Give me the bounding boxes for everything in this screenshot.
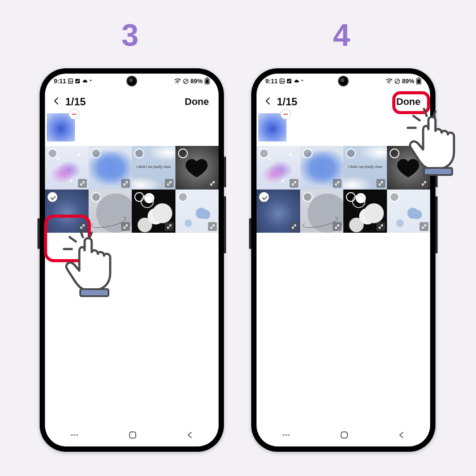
nav-home[interactable] [340, 431, 349, 441]
expand-button[interactable] [165, 222, 174, 231]
gallery-tile-butterfly[interactable] [257, 146, 300, 190]
select-marker[interactable] [134, 149, 144, 158]
expand-button[interactable] [333, 222, 342, 231]
select-marker[interactable] [346, 149, 356, 158]
nav-home[interactable] [128, 431, 137, 441]
gallery-tile-blue-heart-blur[interactable] [89, 146, 132, 190]
svg-point-20 [281, 80, 282, 81]
phone-step-3: 9:11 • 89% [40, 68, 224, 452]
cloud-indicator-icon [82, 79, 88, 83]
gallery-tile-night-clouds[interactable] [132, 190, 175, 233]
select-marker[interactable] [390, 149, 399, 158]
svg-line-25 [396, 80, 399, 83]
select-marker[interactable] [303, 192, 312, 202]
done-button[interactable]: Done [185, 96, 209, 108]
svg-point-3 [177, 82, 178, 84]
chevron-left-icon [51, 96, 62, 106]
expand-button[interactable] [420, 179, 428, 188]
cloud-indicator-icon [294, 79, 300, 83]
back-button[interactable] [51, 96, 62, 108]
select-marker[interactable] [91, 192, 101, 202]
expand-button[interactable] [290, 222, 298, 231]
battery-text: 89% [402, 78, 414, 85]
expand-button[interactable] [121, 222, 130, 231]
step-number-3: 3 [119, 18, 141, 53]
select-marker[interactable] [134, 192, 144, 202]
expand-button[interactable] [208, 222, 217, 231]
battery-text: 89% [190, 78, 203, 85]
svg-rect-32 [341, 432, 347, 438]
expand-button[interactable] [290, 179, 298, 188]
gallery-tile-grey-planet[interactable] [300, 190, 344, 233]
select-marker[interactable] [91, 149, 101, 158]
expand-button[interactable] [376, 179, 385, 188]
back-button[interactable] [263, 96, 273, 108]
front-camera [339, 77, 348, 86]
svg-rect-9 [206, 79, 209, 84]
select-marker[interactable] [346, 192, 356, 202]
select-marker[interactable] [390, 192, 399, 202]
gallery-tile-sky-clouds[interactable] [175, 190, 219, 233]
nav-back[interactable] [398, 431, 405, 441]
svg-point-1 [69, 80, 70, 81]
expand-button[interactable] [78, 179, 87, 188]
expand-button[interactable] [420, 222, 428, 231]
status-time: 9:11 [265, 78, 278, 85]
select-marker[interactable] [303, 149, 312, 158]
gallery-indicator-icon [68, 78, 73, 84]
selected-preview[interactable] [258, 113, 286, 141]
battery-icon [416, 78, 421, 85]
select-marker[interactable] [178, 192, 188, 202]
selection-counter: 1/15 [65, 96, 86, 108]
remove-selection-button[interactable] [69, 109, 79, 119]
select-marker-checked[interactable] [48, 192, 57, 202]
gallery-tile-dark-heart[interactable] [387, 146, 431, 190]
gallery-tile-navy-gradient[interactable] [257, 190, 300, 233]
battery-icon [205, 78, 210, 85]
svg-point-22 [389, 82, 390, 84]
gallery-grid: i think i am finally clean [257, 146, 430, 233]
gallery-tile-quote-card[interactable]: i think i am finally clean [132, 146, 175, 190]
selection-counter: 1/15 [277, 96, 298, 108]
nav-recents[interactable] [70, 431, 79, 441]
gallery-tile-navy-gradient[interactable] [45, 190, 89, 233]
picker-header: 1/15 Done [45, 89, 219, 112]
gallery-tile-grey-planet[interactable] [89, 190, 132, 233]
android-nav-bar [257, 425, 430, 446]
nav-back[interactable] [186, 431, 194, 441]
svg-rect-28 [417, 79, 420, 84]
expand-button[interactable] [208, 179, 217, 188]
select-marker[interactable] [48, 149, 57, 158]
select-marker-checked[interactable] [259, 192, 269, 202]
checkbox-indicator-icon [75, 78, 80, 84]
selected-preview[interactable] [47, 113, 75, 141]
svg-rect-13 [130, 432, 136, 438]
expand-button[interactable] [333, 179, 342, 188]
gallery-tile-butterfly[interactable] [45, 146, 89, 190]
wifi-icon [386, 78, 393, 84]
svg-line-6 [184, 80, 187, 83]
select-marker[interactable] [259, 149, 269, 158]
expand-button[interactable] [165, 179, 174, 188]
checkbox-indicator-icon [286, 78, 292, 84]
expand-button[interactable] [78, 222, 87, 231]
select-marker[interactable] [178, 149, 188, 158]
phone-step-4: 9:11 • 89% 1/15 Done [251, 68, 435, 452]
gallery-tile-night-clouds[interactable] [343, 190, 387, 233]
picker-header: 1/15 Done [257, 89, 430, 112]
nav-recents[interactable] [281, 431, 291, 441]
no-data-icon [394, 78, 400, 84]
gallery-tile-blue-heart-blur[interactable] [300, 146, 344, 190]
done-button[interactable]: Done [396, 96, 420, 108]
gallery-tile-quote-card[interactable]: i think i am finally clean [343, 146, 387, 190]
expand-button[interactable] [376, 222, 385, 231]
expand-button[interactable] [121, 179, 130, 188]
tile-caption: i think i am finally clean [343, 165, 387, 169]
chevron-left-icon [263, 96, 273, 106]
wifi-icon [174, 78, 181, 84]
tile-caption: i think i am finally clean [132, 165, 175, 169]
remove-selection-button[interactable] [280, 109, 291, 119]
step-number-4: 4 [331, 18, 353, 53]
gallery-tile-sky-clouds[interactable] [387, 190, 431, 233]
gallery-tile-dark-heart[interactable] [175, 146, 219, 190]
